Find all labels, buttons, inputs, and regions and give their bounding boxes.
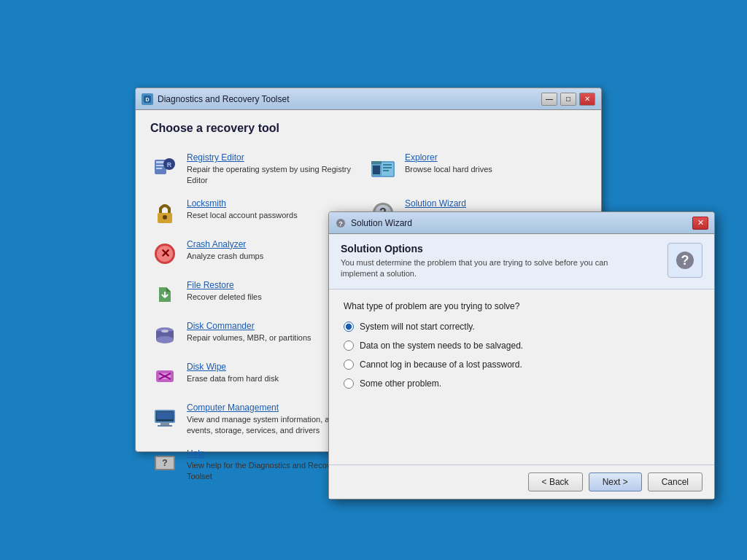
locksmith-icon <box>150 198 179 228</box>
registry-editor-desc: Repair the operating system by using Reg… <box>187 164 368 187</box>
app-icon: D <box>142 93 153 105</box>
next-button[interactable]: Next > <box>589 472 642 491</box>
radio-option-2[interactable]: Data on the system needs to be salvaged. <box>344 341 700 351</box>
svg-rect-36 <box>157 412 173 419</box>
disk-commander-desc: Repair volumes, MBR, or partitions <box>187 332 311 343</box>
svg-rect-34 <box>160 423 169 425</box>
svg-point-27 <box>161 330 169 332</box>
disk-commander-info: Disk Commander Repair volumes, MBR, or p… <box>187 321 311 343</box>
registry-editor-info: Registry Editor Repair the operating sys… <box>187 152 368 187</box>
svg-rect-12 <box>383 164 392 166</box>
radio-label-4: Some other problem. <box>360 378 441 389</box>
locksmith-info: Locksmith Reset local account passwords <box>187 198 298 221</box>
computer-management-icon <box>150 402 179 432</box>
disk-commander-name[interactable]: Disk Commander <box>187 321 311 331</box>
minimize-button[interactable]: — <box>541 93 557 106</box>
file-restore-icon <box>150 280 179 309</box>
main-titlebar: D Diagnostics and Recovery Toolset — □ ✕ <box>136 88 601 110</box>
radio-option-4[interactable]: Some other problem. <box>344 378 700 389</box>
disk-wipe-info: Disk Wipe Erase data from hard disk <box>187 362 279 384</box>
disk-wipe-icon <box>150 362 179 391</box>
file-restore-info: File Restore Recover deleted files <box>187 280 262 303</box>
registry-editor-icon: R <box>150 152 179 182</box>
svg-text:?: ? <box>162 458 167 468</box>
svg-rect-5 <box>156 168 162 169</box>
svg-text:?: ? <box>338 220 343 228</box>
radio-input-1[interactable] <box>344 322 354 332</box>
dialog-icon: ? <box>335 217 347 229</box>
dialog-body: Solution Options You must determine the … <box>329 234 714 499</box>
crash-analyzer-desc: Analyze crash dumps <box>187 251 263 262</box>
svg-text:?: ? <box>681 253 689 268</box>
radio-label-2: Data on the system needs to be salvaged. <box>360 341 523 351</box>
svg-rect-13 <box>383 167 392 168</box>
cancel-button[interactable]: Cancel <box>648 472 703 491</box>
locksmith-name[interactable]: Locksmith <box>187 198 298 209</box>
registry-editor-name[interactable]: Registry Editor <box>187 152 368 163</box>
disk-commander-icon <box>150 321 179 350</box>
svg-text:R: R <box>167 161 172 168</box>
radio-input-4[interactable] <box>344 378 354 389</box>
file-restore-name[interactable]: File Restore <box>187 280 262 290</box>
dialog-footer: < Back Next > Cancel <box>329 464 714 499</box>
tool-explorer[interactable]: Explorer Browse local hard drives <box>368 147 587 192</box>
radio-option-3[interactable]: Cannot log in because of a lost password… <box>344 359 700 370</box>
radio-input-3[interactable] <box>344 359 354 370</box>
maximize-button[interactable]: □ <box>560 93 576 106</box>
help-icon: ? <box>150 448 179 478</box>
window-controls: — □ ✕ <box>541 93 595 106</box>
explorer-info: Explorer Browse local hard drives <box>405 152 492 175</box>
disk-wipe-desc: Erase data from hard disk <box>187 373 279 384</box>
explorer-name[interactable]: Explorer <box>405 152 492 163</box>
locksmith-desc: Reset local account passwords <box>187 210 298 221</box>
dialog-header-icon: ? <box>667 243 703 278</box>
page-title: Choose a recovery tool <box>150 122 587 135</box>
dialog-header-text: Solution Options You must determine the … <box>341 243 618 280</box>
radio-option-1[interactable]: System will not start correctly. <box>344 322 700 332</box>
solution-wizard-dialog: ? Solution Wizard ✕ Solution Options You… <box>328 211 715 499</box>
dialog-section-title: Solution Options <box>341 243 618 254</box>
radio-label-1: System will not start correctly. <box>360 322 475 332</box>
tool-registry-editor[interactable]: R Registry Editor Repair the operating s… <box>150 147 368 192</box>
file-restore-desc: Recover deleted files <box>187 292 262 303</box>
svg-rect-10 <box>373 166 380 174</box>
solution-wizard-name[interactable]: Solution Wizard <box>405 198 509 209</box>
explorer-desc: Browse local hard drives <box>405 164 492 175</box>
svg-rect-35 <box>158 425 172 427</box>
dialog-question: What type of problem are you trying to s… <box>344 301 700 311</box>
svg-rect-9 <box>371 161 382 164</box>
crash-analyzer-info: Crash Analyzer Analyze crash dumps <box>187 239 263 262</box>
dialog-titlebar: ? Solution Wizard ✕ <box>329 212 714 234</box>
disk-wipe-name[interactable]: Disk Wipe <box>187 362 279 372</box>
crash-analyzer-name[interactable]: Crash Analyzer <box>187 239 263 249</box>
main-close-button[interactable]: ✕ <box>579 93 595 106</box>
dialog-main: What type of problem are you trying to s… <box>329 289 714 464</box>
svg-text:D: D <box>145 97 149 102</box>
svg-point-16 <box>163 215 167 219</box>
back-button[interactable]: < Back <box>528 472 583 491</box>
svg-text:✕: ✕ <box>160 247 170 260</box>
main-window-title: Diagnostics and Recovery Toolset <box>158 94 541 104</box>
svg-rect-14 <box>383 170 389 171</box>
radio-group: System will not start correctly. Data on… <box>344 322 700 389</box>
dialog-section-desc: You must determine the problem that you … <box>341 257 618 280</box>
crash-analyzer-icon: ✕ <box>150 239 179 268</box>
radio-label-3: Cannot log in because of a lost password… <box>360 359 522 370</box>
dialog-header: Solution Options You must determine the … <box>329 234 714 289</box>
dialog-close-button[interactable]: ✕ <box>692 217 708 230</box>
svg-point-26 <box>156 336 174 343</box>
radio-input-2[interactable] <box>344 341 354 351</box>
explorer-icon <box>368 152 398 182</box>
dialog-title: Solution Wizard <box>351 218 692 228</box>
